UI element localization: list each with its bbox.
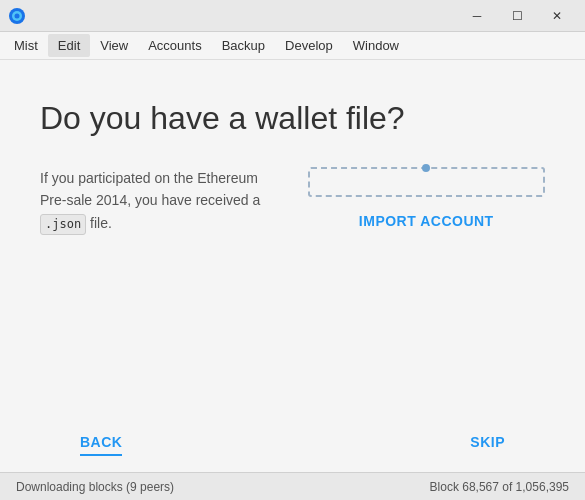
content-area: If you participated on the Ethereum Pre-… (40, 167, 545, 235)
title-bar: ─ ☐ ✕ (0, 0, 585, 32)
menu-item-edit[interactable]: Edit (48, 34, 90, 57)
import-account-button[interactable]: IMPORT ACCOUNT (351, 209, 502, 233)
title-bar-controls: ─ ☐ ✕ (457, 0, 577, 32)
close-button[interactable]: ✕ (537, 0, 577, 32)
menu-bar: Mist Edit View Accounts Backup Develop W… (0, 32, 585, 60)
app-icon (8, 7, 26, 25)
drop-area[interactable] (308, 167, 546, 197)
status-left: Downloading blocks (9 peers) (16, 480, 174, 494)
bottom-nav: BACK SKIP (40, 412, 545, 472)
menu-item-accounts[interactable]: Accounts (138, 34, 211, 57)
menu-item-view[interactable]: View (90, 34, 138, 57)
status-right: Block 68,567 of 1,056,395 (430, 480, 569, 494)
menu-item-window[interactable]: Window (343, 34, 409, 57)
status-bar: Downloading blocks (9 peers) Block 68,56… (0, 472, 585, 500)
title-bar-left (8, 7, 26, 25)
description-text: If you participated on the Ethereum Pre-… (40, 167, 278, 235)
menu-item-develop[interactable]: Develop (275, 34, 343, 57)
minimize-button[interactable]: ─ (457, 0, 497, 32)
json-tag: .json (40, 214, 86, 235)
menu-item-backup[interactable]: Backup (212, 34, 275, 57)
drop-dot (422, 164, 430, 172)
page-heading: Do you have a wallet file? (40, 100, 545, 137)
main-content: Do you have a wallet file? If you partic… (0, 60, 585, 472)
description-part1: If you participated on the Ethereum Pre-… (40, 170, 260, 208)
back-button[interactable]: BACK (80, 430, 122, 454)
svg-point-2 (15, 13, 20, 18)
description-part2: file. (90, 215, 112, 231)
menu-item-mist[interactable]: Mist (4, 34, 48, 57)
drop-zone: IMPORT ACCOUNT (308, 167, 546, 233)
maximize-button[interactable]: ☐ (497, 0, 537, 32)
skip-button[interactable]: SKIP (470, 430, 505, 454)
